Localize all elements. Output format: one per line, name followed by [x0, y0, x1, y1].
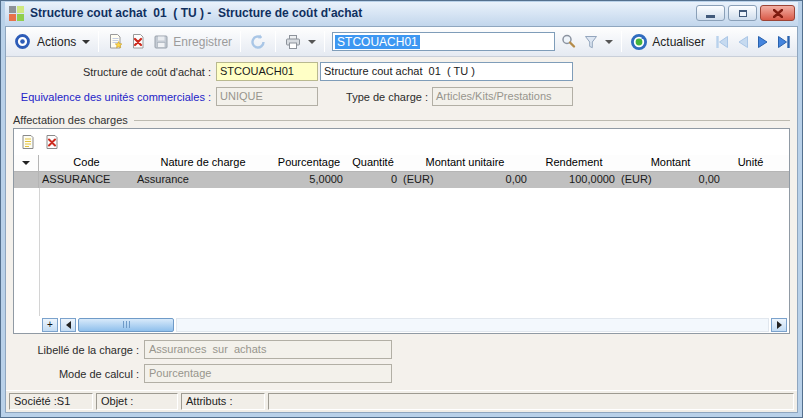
window-controls	[696, 5, 795, 21]
scroll-right-button[interactable]	[771, 318, 787, 332]
column-header-filler	[778, 155, 789, 171]
print-button[interactable]	[281, 32, 319, 52]
sync-button[interactable]	[246, 31, 270, 53]
table-row[interactable]: ASSURANCE Assurance 5,0000 0 (EUR) 0,00 …	[14, 172, 789, 188]
search-input[interactable]: STCOUACH01	[332, 32, 555, 51]
cell-nature[interactable]: Assurance	[134, 172, 272, 188]
column-header-pourcentage[interactable]: Pourcentage	[272, 155, 346, 171]
add-line-icon[interactable]	[20, 134, 36, 150]
window-title: Structure cout achat 01 ( TU ) - Structu…	[30, 6, 696, 20]
actions-label: Actions	[37, 35, 76, 49]
client-area: Actions	[5, 26, 798, 413]
cell-montant-unitaire-valeur: 0,00	[506, 173, 527, 187]
column-header-nature[interactable]: Nature de charge	[134, 155, 272, 171]
save-label: Enregistrer	[173, 35, 232, 49]
column-header-quantite[interactable]: Quantité	[346, 155, 400, 171]
toolbar-separator	[275, 31, 276, 52]
refresh-icon	[249, 33, 267, 51]
selector-dropdown-icon	[22, 161, 30, 165]
filter-button[interactable]	[580, 32, 616, 52]
nav-previous-icon[interactable]	[736, 35, 750, 49]
mode-calcul-label: Mode de calcul :	[14, 368, 139, 380]
row-selector-cell[interactable]	[14, 172, 39, 188]
cell-unite[interactable]	[723, 172, 778, 188]
restore-button[interactable]	[728, 5, 757, 21]
new-document-icon	[107, 33, 124, 50]
filter-dropdown-icon[interactable]	[605, 40, 613, 44]
nav-first-icon[interactable]	[714, 35, 730, 49]
filter-funnel-icon	[583, 34, 599, 50]
charge-details: Libellé de la charge : Assurances sur ac…	[6, 334, 797, 390]
actions-button[interactable]: Actions	[34, 33, 93, 51]
column-header-montant-unitaire[interactable]: Montant unitaire	[400, 155, 530, 171]
toolbar-separator	[324, 31, 325, 52]
minimize-button[interactable]	[696, 5, 725, 21]
record-icon	[11, 31, 34, 52]
toolbar-separator	[240, 31, 241, 52]
charges-group: Affectation des charges	[6, 111, 797, 334]
nav-next-icon[interactable]	[756, 35, 770, 49]
delete-record-button[interactable]	[127, 31, 150, 52]
cell-montant-valeur: 0,00	[699, 173, 720, 187]
save-icon	[153, 34, 169, 50]
search-icon	[560, 33, 577, 50]
scrollbar-thumb[interactable]	[78, 318, 174, 332]
mode-calcul-field: Pourcentage	[144, 364, 392, 383]
search-button[interactable]	[557, 31, 580, 52]
structure-name-field[interactable]: Structure cout achat 01 ( TU )	[320, 62, 573, 81]
charges-table: Code Nature de charge Pourcentage Quanti…	[14, 155, 789, 333]
type-charge-field: Articles/Kits/Prestations	[432, 87, 573, 106]
cell-quantite[interactable]: 0	[346, 172, 400, 188]
cell-montant-devise: (EUR)	[621, 173, 652, 187]
libelle-field: Assurances sur achats	[144, 340, 392, 359]
print-dropdown-icon[interactable]	[308, 40, 316, 44]
nav-last-icon[interactable]	[776, 35, 792, 49]
row-selector-header[interactable]	[14, 155, 39, 171]
group-divider	[134, 120, 790, 121]
column-header-montant[interactable]: Montant	[618, 155, 723, 171]
scrollbar-track[interactable]	[176, 318, 769, 332]
new-record-button[interactable]	[104, 31, 127, 52]
cell-rendement[interactable]: 100,0000	[530, 172, 618, 188]
chevron-down-icon	[82, 40, 90, 44]
grid-toolbar	[14, 129, 789, 155]
structure-code-label: Structure de coût d'achat :	[14, 66, 211, 78]
printer-icon	[284, 34, 302, 50]
selector-column-divider	[39, 188, 40, 316]
scroll-left-button[interactable]	[60, 318, 76, 332]
delete-document-icon	[130, 33, 147, 50]
delete-line-icon[interactable]	[44, 134, 60, 150]
triangle-left-icon	[66, 321, 71, 329]
header-form: Structure de coût d'achat : STCOUACH01 S…	[6, 57, 797, 111]
add-row-button[interactable]: +	[42, 318, 58, 332]
actualiser-button[interactable]: Actualiser	[627, 31, 708, 53]
main-toolbar: Actions	[6, 27, 797, 57]
status-attributs: Attributs :	[181, 393, 265, 410]
app-icon	[9, 6, 24, 21]
cell-montant-unitaire[interactable]: (EUR) 0,00	[400, 172, 530, 188]
actualiser-label: Actualiser	[652, 35, 705, 49]
table-empty-area[interactable]	[14, 188, 789, 316]
table-header-row: Code Nature de charge Pourcentage Quanti…	[14, 155, 789, 172]
structure-code-field[interactable]: STCOUACH01	[216, 62, 318, 81]
column-header-code[interactable]: Code	[39, 155, 134, 171]
minimize-icon	[706, 15, 715, 18]
charges-group-title: Affectation des charges	[13, 114, 128, 126]
cell-pourcentage[interactable]: 5,0000	[272, 172, 346, 188]
cell-code[interactable]: ASSURANCE	[39, 172, 134, 188]
status-societe: Société :S1	[9, 393, 93, 410]
column-header-unite[interactable]: Unité	[723, 155, 778, 171]
equivalence-field: UNIQUE	[216, 87, 318, 106]
cell-montant[interactable]: (EUR) 0,00	[618, 172, 723, 188]
close-button[interactable]	[760, 5, 795, 21]
app-window: Structure cout achat 01 ( TU ) - Structu…	[0, 0, 803, 418]
save-button[interactable]: Enregistrer	[150, 32, 235, 52]
toolbar-separator	[621, 31, 622, 52]
status-bar: Société :S1 Objet : Attributs :	[6, 390, 797, 412]
close-icon	[773, 9, 783, 18]
title-bar[interactable]: Structure cout achat 01 ( TU ) - Structu…	[5, 2, 798, 26]
column-header-rendement[interactable]: Rendement	[530, 155, 618, 171]
search-input-value: STCOUACH01	[335, 35, 420, 49]
equivalence-link-label[interactable]: Equivalence des unités commerciales :	[14, 91, 211, 103]
libelle-label: Libellé de la charge :	[14, 344, 139, 356]
